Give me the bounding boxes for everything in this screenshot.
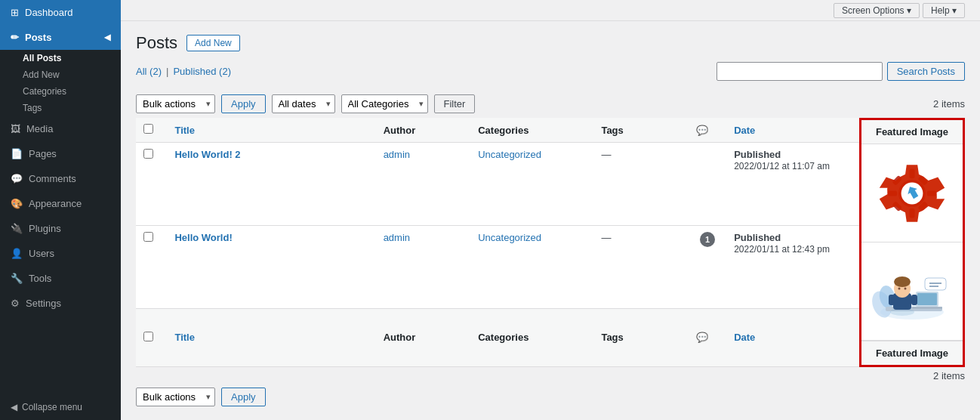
row1-categories-cell: Uncategorized (470, 143, 593, 226)
row2-title-link[interactable]: Hello World! (174, 232, 232, 243)
featured-image-footer: Featured Image (861, 341, 963, 365)
help-button[interactable]: Help ▾ (923, 3, 965, 18)
items-count-bottom: 2 items (136, 370, 965, 381)
row1-title-link[interactable]: Hello World! 2 (174, 149, 240, 160)
select-all-checkbox[interactable] (143, 124, 153, 134)
search-posts-button[interactable]: Search Posts (887, 62, 965, 81)
tf-date[interactable]: Date (726, 308, 859, 366)
row1-checkbox[interactable] (143, 149, 153, 159)
row2-comments-cell: 1 (689, 225, 726, 308)
tf-checkbox (136, 308, 167, 366)
tf-comments: 💬 (689, 308, 726, 366)
settings-icon: ⚙ (11, 298, 20, 309)
all-dates-select[interactable]: All dates (272, 94, 335, 113)
sidebar-item-dashboard[interactable]: ⊞ Dashboard (0, 0, 121, 25)
row2-author-cell: admin (376, 225, 471, 308)
row2-author-link[interactable]: admin (384, 232, 410, 243)
row2-featured-image (861, 242, 963, 341)
all-dates-select-wrap: All dates ▾ (272, 94, 335, 113)
sidebar-item-label: Settings (26, 298, 61, 309)
sidebar-item-comments[interactable]: 💬 Comments (0, 166, 121, 191)
apply-button-bottom[interactable]: Apply (221, 388, 266, 406)
bulk-actions-select-wrap: Bulk actions ▾ (136, 94, 215, 113)
svg-rect-23 (911, 295, 917, 305)
row1-author-link[interactable]: admin (384, 149, 410, 160)
sidebar-item-posts[interactable]: ✏ Posts ◀ (0, 25, 121, 50)
screen-options-button[interactable]: Screen Options ▾ (834, 3, 920, 18)
content-area: Posts Add New All (2) | Published (2) Se… (121, 21, 980, 420)
topbar: Screen Options ▾ Help ▾ (121, 0, 980, 21)
items-count-top: 2 items (933, 98, 965, 110)
sidebar-item-label: Posts (25, 32, 51, 43)
sidebar-item-label: Users (29, 248, 54, 259)
sidebar-sub-tags[interactable]: Tags (0, 100, 121, 116)
sidebar-item-pages[interactable]: 📄 Pages (0, 141, 121, 166)
row1-category-link[interactable]: Uncategorized (478, 149, 541, 160)
th-author: Author (376, 118, 471, 143)
sidebar-item-label: Media (26, 123, 53, 134)
pages-icon: 📄 (11, 148, 23, 159)
all-categories-select[interactable]: All Categories (341, 94, 428, 113)
bottom-bulk-actions-select[interactable]: Bulk actions (136, 388, 215, 406)
tf-categories: Categories (470, 308, 593, 366)
row1-checkbox-cell (136, 143, 167, 226)
table-header-row: Title Author Categories Tags 💬 Date (136, 118, 859, 143)
table-row: Hello World! 2 admin Uncategorized — Pub… (136, 143, 859, 226)
row2-title-cell: Hello World! (167, 225, 375, 308)
row2-category-link[interactable]: Uncategorized (478, 232, 541, 243)
sidebar-item-appearance[interactable]: 🎨 Appearance (0, 191, 121, 216)
sidebar-sub-all-posts[interactable]: All Posts (0, 50, 121, 66)
row2-categories-cell: Uncategorized (470, 225, 593, 308)
th-title[interactable]: Title (167, 118, 375, 143)
th-checkbox (136, 118, 167, 143)
th-date[interactable]: Date (726, 118, 859, 143)
table-row: Hello World! admin Uncategorized — 1 (136, 225, 859, 308)
svg-point-26 (898, 288, 901, 290)
svg-rect-22 (889, 295, 895, 305)
sidebar-item-settings[interactable]: ⚙ Settings (0, 291, 121, 316)
th-tags: Tags (593, 118, 689, 143)
media-icon: 🖼 (11, 123, 20, 134)
svg-rect-17 (925, 278, 946, 290)
row2-tags-cell: — (593, 225, 689, 308)
bulk-actions-select[interactable]: Bulk actions (136, 94, 215, 113)
posts-icon: ✏ (11, 32, 19, 43)
svg-rect-16 (912, 307, 942, 309)
table-container: Title Author Categories Tags 💬 Date (136, 118, 965, 367)
search-bar: Search Posts (717, 62, 965, 81)
posts-arrow: ◀ (104, 32, 110, 42)
sidebar-sub-categories[interactable]: Categories (0, 83, 121, 100)
row1-featured-image (861, 144, 963, 242)
bottom-toolbar: Bulk actions ▾ Apply (136, 388, 965, 406)
filter-tab-published[interactable]: Published (2) (173, 66, 231, 77)
filter-tab-all[interactable]: All (2) (136, 66, 162, 77)
comment-badge[interactable]: 1 (700, 232, 715, 247)
sidebar-item-label: Comments (29, 173, 76, 184)
sidebar-item-users[interactable]: 👤 Users (0, 241, 121, 266)
row1-comments-cell (689, 143, 726, 226)
all-categories-select-wrap: All Categories ▾ (341, 94, 428, 113)
bottom-bulk-actions-wrap: Bulk actions ▾ (136, 388, 215, 406)
collapse-menu[interactable]: ◀ Collapse menu (0, 394, 121, 420)
th-comments: 💬 (689, 118, 726, 143)
sidebar-item-tools[interactable]: 🔧 Tools (0, 266, 121, 291)
tf-title[interactable]: Title (167, 308, 375, 366)
sidebar-item-plugins[interactable]: 🔌 Plugins (0, 216, 121, 241)
tf-author: Author (376, 308, 471, 366)
posts-table: Title Author Categories Tags 💬 Date (136, 118, 859, 367)
sidebar-sub-add-new[interactable]: Add New (0, 66, 121, 83)
apply-button-top[interactable]: Apply (221, 94, 266, 113)
svg-rect-15 (917, 293, 937, 305)
appearance-icon: 🎨 (11, 198, 23, 209)
row1-tags-cell: — (593, 143, 689, 226)
add-new-button[interactable]: Add New (186, 35, 240, 51)
person-svg-icon (871, 255, 954, 327)
search-input[interactable] (717, 62, 883, 81)
select-all-bottom-checkbox[interactable] (143, 332, 153, 341)
filter-button[interactable]: Filter (434, 94, 476, 113)
svg-point-27 (904, 288, 907, 290)
row2-checkbox[interactable] (143, 232, 153, 242)
sidebar-item-media[interactable]: 🖼 Media (0, 116, 121, 141)
plugins-icon: 🔌 (11, 223, 23, 234)
main-area: Screen Options ▾ Help ▾ Posts Add New Al… (121, 0, 980, 420)
